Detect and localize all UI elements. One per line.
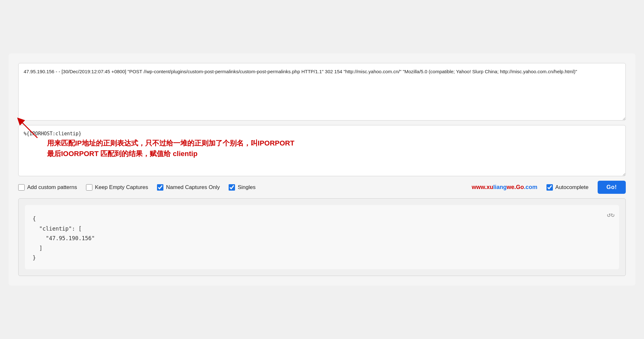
named-captures-only-text: Named Captures Only xyxy=(166,184,220,191)
keep-empty-captures-label[interactable]: Keep Empty Captures xyxy=(86,184,148,191)
result-code: { "clientip": [ "47.95.190.156" ] } xyxy=(33,214,611,263)
singles-text: Singles xyxy=(238,184,255,191)
watermark-go: Go xyxy=(516,184,524,191)
result-inner: ↺↻ { "clientip": [ "47.95.190.156" ] } xyxy=(25,205,619,269)
result-outer: ↺↻ { "clientip": [ "47.95.190.156" ] } xyxy=(18,198,626,276)
singles-checkbox[interactable] xyxy=(229,184,235,191)
watermark-xu: www.xu xyxy=(472,184,493,191)
add-custom-patterns-label[interactable]: Add custom patterns xyxy=(18,184,77,191)
keep-empty-captures-text: Keep Empty Captures xyxy=(95,184,148,191)
named-captures-only-checkbox[interactable] xyxy=(157,184,163,191)
pattern-area-wrapper: 用来匹配IP地址的正则表达式，只不过给一堆的正则加了个别名，叫IPORPORT … xyxy=(18,125,626,176)
main-container: 用来匹配IP地址的正则表达式，只不过给一堆的正则加了个别名，叫IPORPORT … xyxy=(9,53,635,286)
pattern-textarea[interactable] xyxy=(18,125,626,176)
watermark-liang: liang xyxy=(493,184,507,191)
add-custom-patterns-text: Add custom patterns xyxy=(27,184,77,191)
reload-icon[interactable]: ↺↻ xyxy=(607,209,615,220)
add-custom-patterns-checkbox[interactable] xyxy=(18,184,25,191)
singles-label[interactable]: Singles xyxy=(229,184,255,191)
watermark-we: we. xyxy=(507,184,516,191)
input-textarea[interactable] xyxy=(18,63,626,121)
autocomplete-checkbox[interactable] xyxy=(546,184,553,191)
watermark-container: www.xuliangwe.Go.com xyxy=(472,184,537,191)
keep-empty-captures-checkbox[interactable] xyxy=(86,184,92,191)
watermark-com: .com xyxy=(524,184,538,191)
controls-row: Add custom patterns Keep Empty Captures … xyxy=(18,181,626,194)
named-captures-only-label[interactable]: Named Captures Only xyxy=(157,184,220,191)
go-button[interactable]: Go! xyxy=(598,181,626,194)
autocomplete-text: Autocomplete xyxy=(555,184,589,191)
autocomplete-label[interactable]: Autocomplete xyxy=(546,184,589,191)
